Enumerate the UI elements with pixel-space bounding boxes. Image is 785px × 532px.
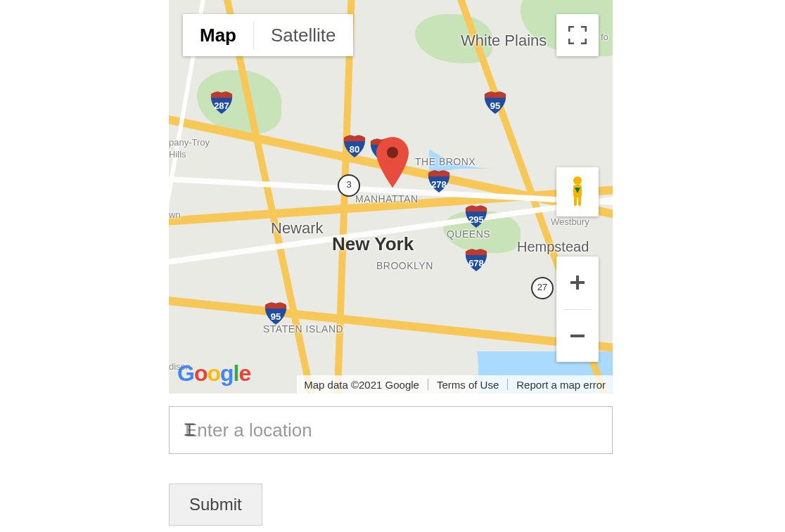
plus-icon (568, 273, 587, 292)
shield-i287: 287 (210, 90, 234, 114)
label-edge: pany-Troy (169, 137, 210, 148)
zoom-out-button[interactable] (556, 310, 599, 363)
shield-i95: 95 (369, 137, 393, 161)
shield-i95: 95 (264, 301, 288, 325)
google-logo: Google (177, 361, 250, 387)
label-edge: fo (601, 32, 608, 42)
map-type-control: Map Satellite (183, 14, 353, 56)
label-edge: wn (169, 209, 181, 220)
pegman-icon (566, 175, 589, 209)
shield-i95: 95 (483, 90, 507, 114)
shield-route-27: 27 (531, 277, 554, 299)
pegman-button[interactable] (556, 167, 599, 216)
map-type-satellite-button[interactable]: Satellite (254, 14, 353, 56)
label-queens: QUEENS (447, 228, 490, 240)
label-new-york: New York (332, 233, 414, 255)
svg-rect-3 (574, 196, 577, 206)
divider (507, 379, 508, 390)
label-newark: Newark (271, 219, 324, 238)
map-footer: Map data ©2021 Google Terms of Use Repor… (297, 375, 613, 394)
label-white-plains: White Plains (461, 32, 547, 50)
terms-link[interactable]: Terms of Use (437, 379, 499, 391)
submit-button[interactable]: Submit (169, 484, 262, 526)
label-staten-island: STATEN ISLAND (263, 323, 343, 335)
shield-i678: 678 (464, 247, 488, 271)
map-viewport[interactable]: 287 80 95 95 95 278 295 678 3 27 White P… (169, 0, 613, 394)
shield-i295: 295 (464, 204, 488, 228)
label-brooklyn: BROOKLYN (376, 260, 433, 271)
shield-i80: 80 (343, 134, 366, 157)
label-manhattan: MANHATTAN (355, 193, 419, 205)
divider (428, 379, 428, 390)
fullscreen-icon (568, 26, 587, 44)
label-westbury: Westbury (551, 216, 589, 227)
svg-rect-4 (578, 196, 581, 206)
svg-point-1 (573, 176, 582, 185)
report-error-link[interactable]: Report a map error (516, 379, 606, 391)
fullscreen-button[interactable] (556, 14, 599, 56)
zoom-control (556, 257, 599, 362)
map-type-map-button[interactable]: Map (183, 14, 253, 56)
label-bronx: THE BRONX (415, 156, 476, 167)
minus-icon (568, 327, 587, 345)
shield-i278: 278 (427, 169, 451, 193)
map-copyright: Map data ©2021 Google (304, 379, 419, 391)
label-hempstead: Hempstead (517, 239, 589, 255)
location-input[interactable] (169, 406, 613, 454)
label-edge: Hills (169, 149, 186, 160)
zoom-in-button[interactable] (556, 257, 599, 309)
